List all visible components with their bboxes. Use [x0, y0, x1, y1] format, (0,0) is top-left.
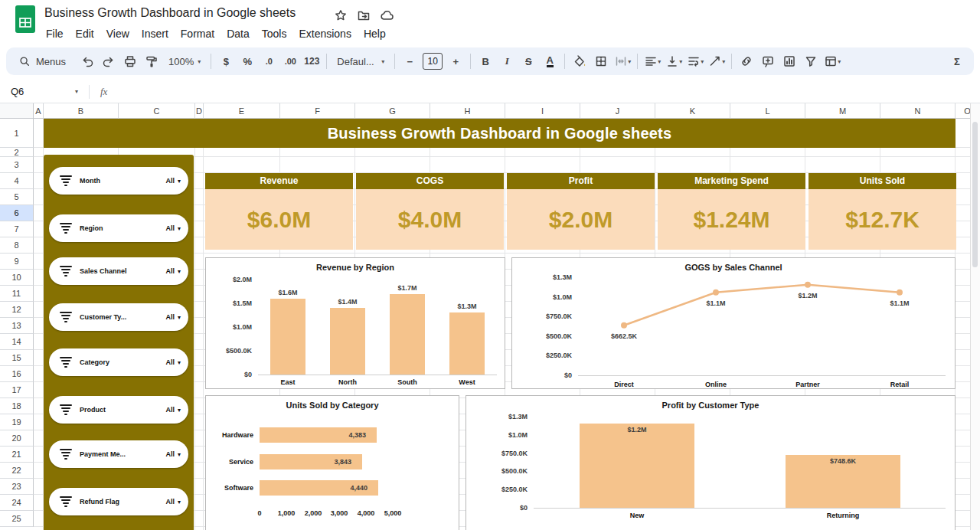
star-button[interactable] — [333, 8, 348, 23]
menu-data[interactable]: Data — [220, 25, 256, 43]
table-views-button[interactable]: ▾ — [822, 51, 843, 72]
column-header-E[interactable]: E — [204, 103, 280, 119]
column-header-K[interactable]: K — [655, 103, 730, 119]
slicer-payment-me[interactable]: Payment Me...All▾ — [49, 440, 188, 468]
menu-help[interactable]: Help — [358, 25, 392, 43]
row-header-8[interactable]: 8 — [0, 237, 34, 254]
row-header-15[interactable]: 15 — [0, 350, 34, 366]
sheets-logo-icon[interactable] — [15, 5, 35, 33]
column-header-N[interactable]: N — [880, 103, 956, 119]
row-header-17[interactable]: 17 — [0, 382, 34, 398]
vertical-align-button[interactable]: ▾ — [663, 51, 684, 72]
column-header-M[interactable]: M — [805, 103, 880, 119]
column-header-F[interactable]: F — [280, 103, 355, 119]
move-button[interactable] — [356, 8, 371, 23]
format-currency-button[interactable]: $ — [215, 51, 237, 72]
font-size-input[interactable]: 10 — [423, 53, 443, 70]
menu-insert[interactable]: Insert — [136, 25, 175, 43]
menu-tools[interactable]: Tools — [256, 25, 293, 43]
row-header-7[interactable]: 7 — [0, 221, 34, 237]
row-header-20[interactable]: 20 — [0, 430, 34, 447]
create-filter-button[interactable] — [800, 51, 822, 72]
row-header-22[interactable]: 22 — [0, 463, 34, 479]
row-header-14[interactable]: 14 — [0, 334, 34, 350]
row-header-5[interactable]: 5 — [0, 189, 34, 205]
slicer-refund-flag[interactable]: Refund FlagAll▾ — [49, 488, 188, 515]
redo-button[interactable] — [98, 51, 119, 72]
row-header-11[interactable]: 11 — [0, 286, 34, 302]
document-status-button[interactable] — [379, 8, 394, 23]
column-header-H[interactable]: H — [430, 103, 505, 119]
text-color-button[interactable]: A — [547, 56, 554, 67]
menus-search-button[interactable]: Menus — [11, 51, 77, 72]
menu-file[interactable]: File — [40, 25, 70, 43]
column-header-C[interactable]: C — [119, 103, 195, 119]
chart-revenue-by-region[interactable]: Revenue by Region $2.0M$1.5M$1.0M$500.0K… — [205, 257, 505, 389]
font-select[interactable]: Defaul... ▾ — [331, 51, 390, 72]
kpi-revenue[interactable]: Revenue$6.0M — [205, 173, 353, 250]
row-header-1[interactable]: 1 — [0, 119, 34, 148]
kpi-marketing-spend[interactable]: Marketing Spend$1.24M — [658, 173, 805, 250]
menu-edit[interactable]: Edit — [70, 25, 100, 43]
paint-format-button[interactable] — [141, 51, 162, 72]
scrollbar-thumb[interactable] — [972, 122, 978, 267]
vertical-scrollbar[interactable] — [970, 103, 980, 530]
kpi-units-sold[interactable]: Units Sold$12.7K — [808, 173, 956, 250]
borders-button[interactable] — [590, 51, 612, 72]
row-header-13[interactable]: 13 — [0, 318, 34, 334]
select-all-corner[interactable] — [0, 103, 34, 119]
column-header-D[interactable]: D — [195, 103, 204, 119]
text-rotation-button[interactable]: ▾ — [706, 51, 727, 72]
row-header-21[interactable]: 21 — [0, 447, 34, 463]
row-header-12[interactable]: 12 — [0, 302, 34, 318]
zoom-select[interactable]: 100% ▾ — [162, 51, 207, 72]
fill-color-button[interactable] — [569, 51, 590, 72]
column-header-I[interactable]: I — [505, 103, 580, 119]
row-header-9[interactable]: 9 — [0, 254, 34, 270]
horizontal-align-button[interactable]: ▾ — [642, 51, 663, 72]
row-header-23[interactable]: 23 — [0, 479, 34, 495]
decrease-font-size-button[interactable]: − — [399, 51, 420, 72]
kpi-profit[interactable]: Profit$2.0M — [507, 173, 655, 250]
chart-profit-by-customer-type[interactable]: Profit by Customer Type $1.3M$1.0M$750.0… — [466, 395, 956, 530]
italic-button[interactable]: I — [496, 51, 518, 72]
chart-units-sold-by-category[interactable]: Units Sold by Category Hardware4,383Serv… — [205, 395, 459, 530]
menu-extensions[interactable]: Extensions — [292, 25, 357, 43]
row-header-4[interactable]: 4 — [0, 173, 34, 189]
insert-comment-button[interactable] — [757, 51, 779, 72]
column-header-B[interactable]: B — [44, 103, 119, 119]
row-header-2[interactable]: 2 — [0, 148, 34, 157]
row-header-6[interactable]: 6 — [0, 205, 34, 221]
format-percent-button[interactable]: % — [237, 51, 258, 72]
bold-button[interactable]: B — [475, 51, 496, 72]
slicer-sales-channel[interactable]: Sales ChannelAll▾ — [49, 257, 188, 285]
slicer-customer-ty[interactable]: Customer Ty...All▾ — [49, 303, 188, 331]
decrease-decimals-button[interactable]: .0 — [258, 51, 279, 72]
menu-format[interactable]: Format — [175, 25, 220, 43]
column-header-J[interactable]: J — [580, 103, 655, 119]
slicer-category[interactable]: CategoryAll▾ — [49, 348, 188, 376]
name-box[interactable]: Q6 ▾ — [0, 86, 84, 97]
functions-button[interactable]: Σ — [946, 51, 968, 72]
row-header-3[interactable]: 3 — [0, 157, 34, 173]
insert-chart-button[interactable] — [779, 51, 800, 72]
merge-cells-button[interactable]: ▾ — [612, 51, 633, 72]
kpi-cogs[interactable]: COGS$4.0M — [356, 173, 504, 250]
column-header-G[interactable]: G — [355, 103, 430, 119]
insert-link-button[interactable] — [736, 51, 757, 72]
chart-gogs-by-sales-channel[interactable]: GOGS by Sales Channel $1.3M$1.0M$750.0K$… — [511, 257, 956, 389]
column-header-L[interactable]: L — [730, 103, 805, 119]
strikethrough-button[interactable]: S — [518, 51, 539, 72]
more-formats-button[interactable]: 123 — [301, 51, 322, 72]
column-header-A[interactable]: A — [34, 103, 44, 119]
document-title[interactable]: Business Growth Dashboard in Google shee… — [44, 6, 296, 20]
slicer-region[interactable]: RegionAll▾ — [49, 214, 188, 242]
row-header-16[interactable]: 16 — [0, 366, 34, 382]
row-header-19[interactable]: 19 — [0, 414, 34, 430]
menu-view[interactable]: View — [100, 25, 136, 43]
text-wrap-button[interactable]: ▾ — [684, 51, 706, 72]
undo-button[interactable] — [77, 51, 98, 72]
slicer-month[interactable]: MonthAll▾ — [49, 167, 188, 195]
increase-decimals-button[interactable]: .00 — [279, 51, 301, 72]
increase-font-size-button[interactable]: + — [445, 51, 466, 72]
